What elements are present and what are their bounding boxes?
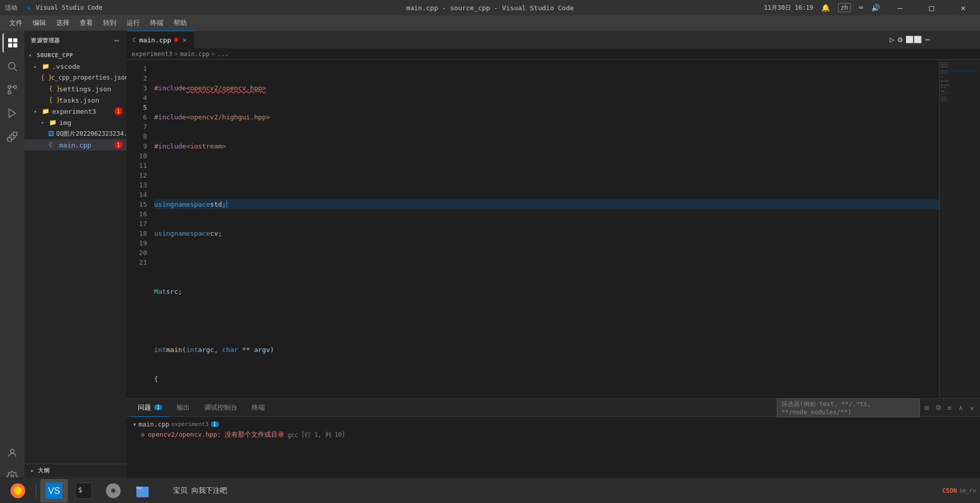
taskbar-vscode[interactable]: VS bbox=[40, 479, 68, 502]
svg-rect-10 bbox=[8, 138, 11, 141]
minimize-button[interactable]: — bbox=[888, 0, 912, 15]
taskbar-firefox[interactable] bbox=[4, 479, 32, 502]
more-actions-button[interactable]: ⋯ bbox=[925, 35, 930, 44]
taskbar-files[interactable] bbox=[129, 479, 157, 502]
taskbar-csdn[interactable]: CSDN bbox=[942, 487, 957, 494]
bell-icon[interactable]: 🔔 bbox=[821, 4, 830, 12]
taskbar-im-ru[interactable]: im_ru bbox=[959, 487, 976, 494]
split-editor-button[interactable]: ⬜⬜ bbox=[905, 36, 922, 43]
outline-section[interactable]: ▸ 大纲 bbox=[24, 464, 127, 477]
error-message: opencv2/opencv.hpp: 没有那个文件或目录 bbox=[148, 431, 285, 439]
file-icon-main: C bbox=[49, 141, 57, 148]
folder-icon-img: 📁 bbox=[49, 119, 57, 126]
panel-tabs: 问题 1 输出 调试控制台 终端 筛选器(例如 text, **/.*ts, *… bbox=[127, 399, 980, 417]
tree-item-experiment3[interactable]: ▾ 📁 experiment3 1 bbox=[24, 106, 127, 117]
code-content[interactable]: #include <opencv2/opencv.hpp> #include <… bbox=[152, 60, 939, 398]
experiment3-badge: 1 bbox=[114, 107, 122, 115]
copy-icon[interactable]: ⧉ bbox=[934, 403, 943, 413]
panel-tab-problems[interactable]: 问题 1 bbox=[131, 399, 169, 417]
activity-bar bbox=[0, 31, 24, 490]
activity-explorer[interactable] bbox=[3, 33, 22, 53]
svg-rect-11 bbox=[13, 132, 17, 136]
tree-item-settings[interactable]: { } settings.json bbox=[24, 83, 127, 94]
file-icon-c-cpp: { } bbox=[41, 74, 49, 81]
error-group-badge: 1 bbox=[211, 421, 219, 427]
taskbar-terminal[interactable]: $ bbox=[70, 479, 97, 502]
tree-label-main: main.cpp bbox=[59, 141, 91, 149]
error-group-filename: main.cpp bbox=[139, 420, 169, 428]
panel-toolbar: 筛选器(例如 text, **/.*ts, **/node_modules/**… bbox=[777, 398, 976, 417]
outline-label: 大纲 bbox=[38, 467, 50, 474]
code-line-10: int main(int argc, char ** argv) bbox=[154, 345, 939, 355]
tree-label-img: img bbox=[59, 119, 71, 127]
taskbar-cd[interactable] bbox=[100, 479, 127, 502]
svg-text:VS: VS bbox=[48, 486, 60, 496]
volume-icon[interactable]: 🔊 bbox=[871, 4, 880, 12]
breadcrumb-experiment3[interactable]: experiment3 bbox=[132, 51, 172, 58]
sidebar-more-button[interactable]: ⋯ bbox=[113, 35, 120, 46]
tree-item-c-cpp[interactable]: { } c_cpp_properties.json bbox=[24, 72, 127, 83]
close-button[interactable]: ✕ bbox=[951, 0, 975, 15]
tree-item-main[interactable]: C main.cpp 1 bbox=[24, 139, 127, 150]
tree-root[interactable]: ▾ SOURCE_CPP bbox=[24, 49, 127, 61]
panel-tab-debug[interactable]: 调试控制台 bbox=[197, 399, 244, 417]
menu-terminal[interactable]: 终端 bbox=[146, 16, 167, 30]
menu-run[interactable]: 运行 bbox=[122, 16, 144, 30]
svg-rect-3 bbox=[13, 43, 17, 47]
editor-panel-area: C main.cpp ✕ ▷ ⚙ ⬜⬜ ⋯ experiment3 > main… bbox=[127, 31, 980, 490]
activity-debug[interactable] bbox=[3, 104, 22, 123]
breadcrumb-file[interactable]: main.cpp bbox=[180, 51, 210, 58]
error-group-main[interactable]: ▾ main.cpp experiment3 1 bbox=[131, 419, 976, 430]
tree-label-settings: settings.json bbox=[59, 85, 111, 93]
tree-item-img[interactable]: ▾ 📁 img bbox=[24, 117, 127, 128]
list-icon[interactable]: ≡ bbox=[946, 403, 954, 413]
tree-item-qq[interactable]: 🖼 QQ图片2022062323234... bbox=[24, 128, 127, 139]
tree-item-tasks[interactable]: { } tasks.json bbox=[24, 94, 127, 106]
menu-select[interactable]: 选择 bbox=[52, 16, 74, 30]
menu-file[interactable]: 文件 bbox=[5, 16, 27, 30]
code-line-5: using namespace std; bbox=[154, 199, 939, 209]
panel-tab-terminal[interactable]: 终端 bbox=[244, 399, 272, 417]
file-icon-tasks: { } bbox=[49, 96, 57, 104]
close-panel-icon[interactable]: ✕ bbox=[968, 403, 976, 413]
svg-point-8 bbox=[8, 91, 11, 94]
activity-extensions[interactable] bbox=[3, 127, 22, 146]
code-line-8: Mat src; bbox=[154, 287, 939, 296]
titlebar-right: 11月30日 16:19 🔔 zh ⌨ 🔊 — □ ✕ bbox=[764, 0, 975, 15]
menu-view[interactable]: 查看 bbox=[76, 16, 97, 30]
error-item-1[interactable]: ⊗ opencv2/opencv.hpp: 没有那个文件或目录 gcc [行 1… bbox=[131, 430, 976, 440]
code-line-4 bbox=[154, 170, 939, 180]
filter-input-area[interactable]: 筛选器(例如 text, **/.*ts, **/node_modules/**… bbox=[777, 398, 920, 417]
tab-close-button[interactable]: ✕ bbox=[181, 35, 187, 44]
tab-label: main.cpp bbox=[139, 36, 172, 44]
terminal-label: 终端 bbox=[252, 403, 265, 412]
main-badge: 1 bbox=[114, 141, 122, 149]
activity-git[interactable] bbox=[3, 80, 22, 99]
activity-account[interactable] bbox=[3, 443, 22, 463]
settings-button[interactable]: ⚙ bbox=[898, 35, 903, 44]
app-name: Visual Studio Code bbox=[36, 4, 102, 11]
activity-search[interactable] bbox=[3, 57, 22, 76]
menu-goto[interactable]: 转到 bbox=[99, 16, 120, 30]
file-icon-qq: 🖼 bbox=[48, 130, 54, 137]
network-icon: ⌨ bbox=[859, 4, 863, 12]
error-icon: ⊗ bbox=[141, 431, 145, 439]
activity-label: 活动 bbox=[5, 4, 17, 12]
tab-main-cpp[interactable]: C main.cpp ✕ bbox=[127, 31, 194, 48]
tab-icon: C bbox=[133, 37, 136, 43]
tree-item-vscode[interactable]: ▸ 📁 .vscode bbox=[24, 61, 127, 72]
editor-actions: ▷ ⚙ ⬜⬜ ⋯ bbox=[886, 31, 934, 48]
svg-line-5 bbox=[15, 69, 17, 71]
panel-tab-output[interactable]: 输出 bbox=[169, 399, 197, 417]
svg-point-7 bbox=[14, 86, 17, 89]
menu-help[interactable]: 帮助 bbox=[169, 16, 191, 30]
filter-icon[interactable]: ⊟ bbox=[923, 403, 931, 413]
code-line-1: #include <opencv2/opencv.hpp> bbox=[154, 83, 939, 93]
breadcrumb-symbol[interactable]: ... bbox=[217, 51, 229, 58]
taskbar-right: CSDN im_ru bbox=[942, 487, 976, 494]
maximize-button[interactable]: □ bbox=[920, 0, 943, 15]
run-button[interactable]: ▷ bbox=[890, 35, 895, 44]
menu-edit[interactable]: 编辑 bbox=[29, 16, 50, 30]
collapse-icon[interactable]: ∧ bbox=[957, 403, 965, 413]
sidebar: 资源管理器 ⋯ ▾ SOURCE_CPP ▸ 📁 .vscode { bbox=[24, 31, 127, 490]
